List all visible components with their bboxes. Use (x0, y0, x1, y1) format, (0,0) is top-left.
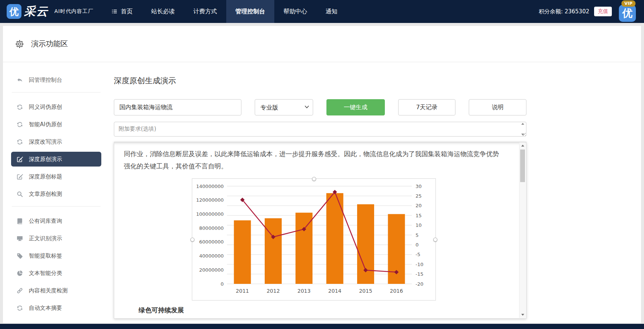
svg-text:0: 0 (221, 281, 224, 287)
link-icon (16, 288, 23, 294)
sidebar-item-label: 内容相关度检测 (29, 287, 68, 294)
svg-text:2016: 2016 (390, 288, 403, 294)
user-avatar[interactable]: 优 (619, 5, 636, 22)
generator-form: 专业版 一键生成 7天记录 说明 (114, 99, 526, 115)
version-select[interactable]: 专业版 (255, 99, 313, 115)
result-scrollbar[interactable] (519, 142, 526, 318)
nav-item-webmaster-guide[interactable]: 站长必读 (142, 0, 184, 23)
refresh-icon (16, 305, 23, 311)
svg-text:2011: 2011 (236, 288, 249, 294)
nav-item-label: 首页 (121, 8, 133, 16)
sidebar-item-label: 深度原创演示 (29, 156, 62, 163)
sidebar-item-ai-rewrite[interactable]: 智能AI伪原创 (11, 117, 101, 132)
sidebar-item-back-to-console[interactable]: 回管理控制台 (11, 73, 101, 87)
selection-handle-top[interactable] (312, 177, 316, 181)
recharge-button[interactable]: 充值 (594, 7, 612, 16)
sidebar-item-deep-original-title[interactable]: 深度原创标题 (11, 169, 101, 184)
sidebar-item-public-lexicon-query[interactable]: 公有词库查询 (11, 214, 101, 228)
nav-item-label: 通知 (326, 8, 338, 16)
sidebar: 回管理控制台 同义词伪原创 智能AI伪原创 深度改写演示 (3, 62, 109, 319)
footer-bar (0, 324, 644, 329)
sidebar-item-label: 公有词库查询 (29, 218, 62, 225)
page-title: 演示功能区 (31, 39, 68, 49)
sidebar-item-originality-check[interactable]: 文章原创检测 (11, 187, 101, 201)
sidebar-item-label: 回管理控制台 (29, 77, 62, 84)
combo-chart-svg: 0200000004000000060000000800000001000000… (192, 179, 435, 300)
layout: 回管理控制台 同义词伪原创 智能AI伪原创 深度改写演示 (3, 62, 641, 319)
history-button[interactable]: 7天记录 (398, 99, 456, 115)
svg-text:-5: -5 (416, 252, 420, 257)
scroll-thumb[interactable] (520, 150, 525, 182)
app-window: { "topnav": { "logo": {"mark": "优", "nam… (0, 0, 644, 329)
sidebar-item-smart-tag-extraction[interactable]: 智能提取标签 (11, 248, 101, 263)
svg-text:-20: -20 (416, 281, 423, 287)
svg-text:120000000: 120000000 (196, 197, 224, 203)
book-icon (16, 218, 23, 224)
result-panel: 同作业，消除信息断层及误差，以此来降低运输成本，进一步提升服务感受。因此，物流信… (114, 142, 526, 319)
svg-text:2014: 2014 (328, 288, 342, 294)
svg-text:10: 10 (416, 222, 422, 228)
nav-item-help[interactable]: 帮助中心 (274, 0, 316, 23)
scroll-up-arrow[interactable] (519, 142, 526, 149)
refresh-icon (16, 121, 23, 128)
nav-item-pricing[interactable]: 计费方式 (184, 0, 226, 23)
sidebar-item-label: 智能AI伪原创 (29, 121, 62, 128)
svg-text:2012: 2012 (267, 288, 280, 294)
sidebar-divider (12, 92, 101, 93)
extra-requirements-textarea[interactable] (114, 122, 526, 137)
sidebar-item-deep-rewrite-demo[interactable]: 深度改写演示 (11, 134, 101, 149)
sidebar-item-deep-original-demo[interactable]: 深度原创演示 (11, 152, 101, 167)
monitor-icon (16, 235, 23, 242)
pie-chart-icon (16, 270, 23, 276)
edit-icon (16, 156, 23, 162)
scroll-down-arrow[interactable] (519, 312, 526, 318)
list-icon (112, 9, 118, 14)
help-button[interactable]: 说明 (469, 99, 526, 115)
nav-item-label: 管理控制台 (235, 8, 265, 16)
logo-name: 采云 (24, 4, 48, 19)
svg-text:15: 15 (416, 213, 422, 218)
version-select-wrap: 专业版 (255, 99, 313, 115)
selection-handle-left[interactable] (190, 238, 194, 242)
sidebar-item-synonym-rewrite[interactable]: 同义词伪原创 (11, 100, 101, 114)
extra-requirements-row (114, 122, 526, 137)
vip-badge: VIP (621, 0, 635, 7)
points-balance: 积分余额: 2365302 (539, 8, 589, 15)
edit-icon (16, 174, 23, 180)
svg-text:2013: 2013 (298, 288, 311, 294)
app-logo[interactable]: 优 采云 (7, 4, 48, 19)
svg-text:40000000: 40000000 (199, 253, 224, 259)
nav-item-notifications[interactable]: 通知 (316, 0, 347, 23)
sidebar-divider (12, 206, 101, 207)
gear-icon (16, 40, 24, 48)
sidebar-item-label: 文章原创检测 (29, 191, 62, 198)
sidebar-item-text-classification[interactable]: 文本智能分类 (11, 266, 101, 281)
app-tagline: AI时代内容工厂 (54, 8, 94, 15)
refresh-icon (16, 104, 23, 110)
svg-text:0: 0 (416, 242, 418, 248)
content-title: 深度原创生成演示 (114, 75, 526, 86)
nav-item-label: 计费方式 (193, 8, 217, 16)
scroll-up-icon[interactable] (521, 123, 524, 125)
top-nav: 优 采云 AI时代内容工厂 首页 站长必读 计费方式 管理控制台 帮助中心 通知 (0, 0, 644, 23)
result-paragraph-partial: 伴随着全球环境保护意识的提升，绿色与可持续发展逐渐成为我国集装箱海运物流行业的核… (124, 317, 504, 319)
nav-item-label: 站长必读 (151, 8, 175, 16)
svg-text:5: 5 (416, 232, 418, 238)
tag-icon (16, 253, 23, 259)
sidebar-item-content-extraction-demo[interactable]: 正文识别演示 (11, 231, 101, 246)
nav-right: 积分余额: 2365302 充值 优 VIP (539, 1, 637, 22)
back-arrow-icon (16, 77, 23, 83)
nav-item-console[interactable]: 管理控制台 (226, 0, 274, 23)
svg-text:2015: 2015 (359, 288, 372, 294)
sidebar-item-content-relevance-check[interactable]: 内容相关度检测 (11, 283, 101, 298)
selection-handle-right[interactable] (433, 238, 437, 242)
main-content: 深度原创生成演示 专业版 一键生成 7天记录 说明 (109, 62, 526, 319)
generate-button[interactable]: 一键生成 (326, 99, 385, 115)
nav-item-home[interactable]: 首页 (102, 0, 142, 23)
sidebar-item-auto-summary[interactable]: 自动文本摘要 (11, 301, 101, 315)
combo-chart[interactable]: 0200000004000000060000000800000001000000… (192, 178, 436, 301)
nav-item-label: 帮助中心 (284, 8, 307, 16)
result-subheading: 绿色可持续发展 (139, 306, 504, 315)
page-panel: 演示功能区 回管理控制台 同义词伪原创 智能AI伪原创 (3, 26, 641, 323)
keyword-input[interactable] (114, 99, 241, 115)
